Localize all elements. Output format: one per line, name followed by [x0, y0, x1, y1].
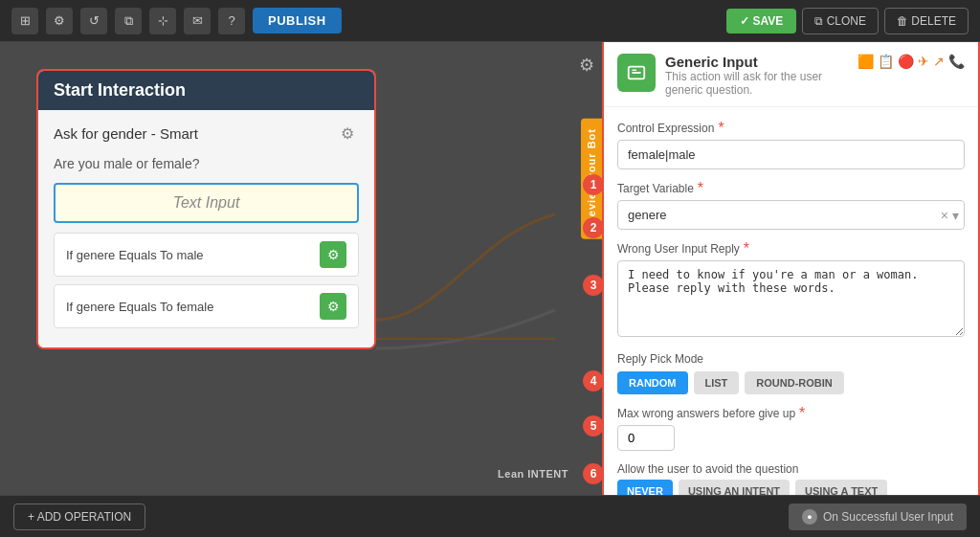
config-body: Control Expression * Target Variable * ×…: [604, 107, 978, 537]
toolbar: ⊞ ⚙ ↺ ⧉ ⊹ ✉ ? PUBLISH ✓ SAVE ⧉ CLONE 🗑 D…: [0, 0, 980, 42]
avoid-label: Allow the user to avoid the question: [617, 462, 965, 476]
control-expression-section: Control Expression *: [617, 121, 965, 181]
required-indicator-1: *: [718, 121, 724, 136]
reply-pick-section: Reply Pick Mode RANDOM LIST ROUND-ROBIN: [617, 352, 965, 394]
target-variable-section: Target Variable * × ▾: [617, 181, 965, 230]
header-icon-2[interactable]: 📋: [878, 54, 894, 69]
required-indicator-2: *: [698, 181, 703, 196]
on-success-label: On Successful User Input: [823, 510, 953, 524]
toolbar-icon-4[interactable]: ⧉: [115, 8, 142, 34]
config-panel: Generic Input This action will ask for t…: [602, 42, 980, 537]
reply-pick-label: Reply Pick Mode: [617, 352, 965, 366]
step-badge-2: 2: [583, 217, 604, 238]
ask-gender-label: Ask for gender - Smart: [54, 125, 198, 142]
condition-label-1: If genere Equals To male: [66, 248, 204, 262]
header-icon-6[interactable]: 📞: [948, 54, 965, 69]
condition-row-2[interactable]: If genere Equals To female ⚙: [54, 284, 359, 328]
max-wrong-label: Max wrong answers before give up *: [617, 406, 965, 421]
clear-variable-icon[interactable]: ×: [941, 208, 948, 223]
header-icon-1[interactable]: 🟧: [858, 54, 874, 69]
interaction-card: Start Interaction Ask for gender - Smart…: [36, 69, 376, 349]
config-subtitle: This action will ask for the user generi…: [665, 70, 848, 97]
header-icon-4[interactable]: ✈: [918, 54, 929, 69]
pick-random-button[interactable]: RANDOM: [617, 371, 688, 394]
question-text: Are you male or female?: [54, 156, 359, 171]
settings-gear-icon[interactable]: ⚙: [336, 122, 359, 145]
control-expression-label: Control Expression *: [617, 121, 965, 136]
config-header-text: Generic Input This action will ask for t…: [665, 54, 848, 97]
wrong-reply-label: Wrong User Input Reply *: [617, 241, 965, 257]
condition-row-1[interactable]: If genere Equals To male ⚙: [54, 233, 359, 277]
chevron-down-icon[interactable]: ▾: [952, 208, 959, 223]
text-input-box[interactable]: Text Input: [54, 183, 359, 223]
toolbar-icon-5[interactable]: ⊹: [149, 8, 176, 34]
clone-button[interactable]: ⧉ CLONE: [802, 8, 879, 34]
reply-pick-row: RANDOM LIST ROUND-ROBIN: [617, 371, 965, 394]
condition-label-2: If genere Equals To female: [66, 300, 213, 314]
interaction-body: Ask for gender - Smart ⚙ Are you male or…: [38, 110, 374, 347]
config-header: Generic Input This action will ask for t…: [604, 42, 978, 107]
header-icon-3[interactable]: 🔴: [898, 54, 914, 69]
pick-round-robin-button[interactable]: ROUND-ROBIN: [745, 371, 843, 394]
wrong-reply-textarea[interactable]: I need to know if you're a man or a woma…: [617, 260, 965, 337]
step-badge-3: 3: [583, 275, 604, 296]
settings-icon[interactable]: ⚙: [571, 50, 602, 80]
step-badge-6: 6: [583, 463, 604, 484]
required-indicator-4: *: [799, 406, 805, 421]
interaction-title: Start Interaction: [38, 71, 374, 110]
toolbar-icon-3[interactable]: ↺: [80, 8, 107, 34]
step-badge-4: 4: [583, 370, 604, 392]
target-variable-input[interactable]: [617, 200, 965, 230]
generic-input-icon: [617, 54, 656, 92]
max-wrong-section: Max wrong answers before give up *: [617, 406, 965, 462]
header-icon-5[interactable]: ↗: [933, 54, 945, 69]
toolbar-icon-6[interactable]: ✉: [184, 8, 211, 34]
config-title: Generic Input: [665, 54, 848, 70]
control-expression-input[interactable]: [617, 140, 965, 169]
pick-list-button[interactable]: LIST: [694, 371, 740, 394]
bottom-bar: + ADD OPERATION ● On Successful User Inp…: [0, 495, 980, 537]
canvas-area: Start Interaction Ask for gender - Smart…: [0, 42, 980, 537]
toolbar-right: ✓ SAVE ⧉ CLONE 🗑 DELETE: [726, 8, 969, 34]
header-icons: 🟧 📋 🔴 ✈ ↗ 📞: [858, 54, 965, 69]
required-indicator-3: *: [744, 241, 749, 257]
toolbar-icon-2[interactable]: ⚙: [46, 8, 73, 34]
target-variable-actions: × ▾: [941, 208, 959, 223]
on-success-badge: ● On Successful User Input: [789, 503, 967, 530]
ask-gender-row: Ask for gender - Smart ⚙: [54, 122, 359, 145]
max-wrong-input[interactable]: [617, 425, 675, 451]
condition-icon-1: ⚙: [320, 241, 346, 268]
save-button[interactable]: ✓ SAVE: [726, 9, 796, 34]
delete-button[interactable]: 🗑 DELETE: [884, 8, 969, 34]
step-badge-5: 5: [583, 415, 604, 436]
publish-button[interactable]: PUBLISH: [253, 8, 342, 34]
success-circle-icon: ●: [802, 509, 817, 525]
target-variable-wrap: × ▾: [617, 200, 965, 230]
condition-icon-2: ⚙: [320, 293, 346, 320]
add-operation-button[interactable]: + ADD OPERATION: [13, 503, 145, 530]
toolbar-icon-7[interactable]: ?: [218, 8, 245, 34]
wrong-reply-section: Wrong User Input Reply * I need to know …: [617, 241, 965, 352]
step-badge-1: 1: [583, 174, 604, 195]
lean-intent-label: Lean INTENT: [498, 468, 568, 480]
target-variable-label: Target Variable *: [617, 181, 965, 196]
toolbar-icon-1[interactable]: ⊞: [11, 8, 38, 34]
